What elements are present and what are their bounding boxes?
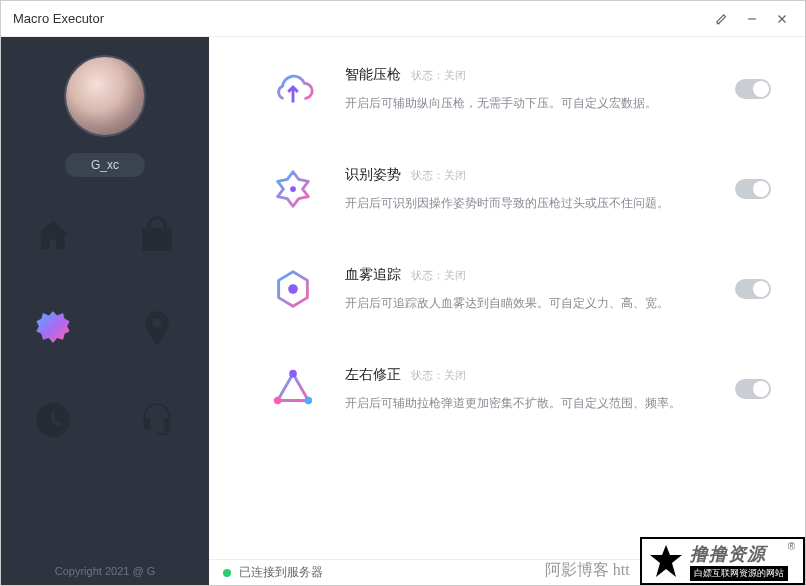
feature-title: 血雾追踪 — [345, 266, 401, 284]
star-burst-icon — [269, 165, 317, 213]
feature-title: 识别姿势 — [345, 166, 401, 184]
close-button[interactable] — [767, 4, 797, 34]
triangle-cycle-icon — [269, 365, 317, 413]
sidebar: G_xc C — [1, 37, 209, 585]
main-panel: 智能压枪 状态：关闭 开启后可辅助纵向压枪，无需手动下压。可自定义宏数据。 识别… — [209, 37, 805, 585]
watermark: 阿影博客 htt 撸撸资源 白嫖互联网资源的网站 ® — [545, 537, 805, 585]
svg-point-3 — [290, 186, 296, 192]
watermark-text: 阿影博客 htt — [545, 560, 630, 581]
feature-toggle[interactable] — [735, 379, 771, 399]
watermark-brand: 撸撸资源 — [690, 542, 788, 566]
feature-desc: 开启后可辅助拉枪弹道更加密集不扩散。可自定义范围、频率。 — [345, 394, 735, 412]
feature-toggle[interactable] — [735, 279, 771, 299]
status-dot-icon — [223, 569, 231, 577]
feature-status: 状态：关闭 — [411, 268, 466, 283]
feature-status: 状态：关闭 — [411, 168, 466, 183]
feature-desc: 开启后可辅助纵向压枪，无需手动下压。可自定义宏数据。 — [345, 94, 735, 112]
titlebar: Macro Executor — [1, 1, 805, 37]
username-pill[interactable]: G_xc — [65, 153, 145, 177]
svg-point-4 — [288, 284, 298, 294]
watermark-tag: 白嫖互联网资源的网站 — [690, 566, 788, 581]
feature-status: 状态：关闭 — [411, 368, 466, 383]
hexagon-target-icon — [269, 265, 317, 313]
feature-row: 智能压枪 状态：关闭 开启后可辅助纵向压枪，无需手动下压。可自定义宏数据。 — [209, 41, 805, 141]
avatar[interactable] — [64, 55, 146, 137]
feature-title: 智能压枪 — [345, 66, 401, 84]
nav-support[interactable] — [134, 397, 180, 443]
window-title: Macro Executor — [13, 11, 104, 26]
feature-desc: 开启后可追踪敌人血雾达到自瞄效果。可自定义力、高、宽。 — [345, 294, 735, 312]
nav-home[interactable] — [30, 213, 76, 259]
cloud-upload-icon — [269, 65, 317, 113]
feature-row: 左右修正 状态：关闭 开启后可辅助拉枪弹道更加密集不扩散。可自定义范围、频率。 — [209, 341, 805, 441]
feature-desc: 开启后可识别因操作姿势时而导致的压枪过头或压不住问题。 — [345, 194, 735, 212]
minimize-button[interactable] — [737, 4, 767, 34]
watermark-logo-icon — [646, 541, 686, 581]
feature-row: 血雾追踪 状态：关闭 开启后可追踪敌人血雾达到自瞄效果。可自定义力、高、宽。 — [209, 241, 805, 341]
svg-point-5 — [289, 370, 297, 378]
feature-title: 左右修正 — [345, 366, 401, 384]
nav-location[interactable] — [134, 305, 180, 351]
statusbar: 已连接到服务器 阿影博客 htt 撸撸资源 白嫖互联网资源的网站 ® — [209, 559, 805, 585]
edit-button[interactable] — [707, 4, 737, 34]
nav-shop[interactable] — [134, 213, 180, 259]
feature-toggle[interactable] — [735, 179, 771, 199]
svg-point-7 — [274, 397, 282, 405]
nav-settings[interactable] — [30, 305, 76, 351]
status-text: 已连接到服务器 — [239, 564, 323, 581]
svg-point-6 — [305, 397, 313, 405]
nav-history[interactable] — [30, 397, 76, 443]
feature-row: 识别姿势 状态：关闭 开启后可识别因操作姿势时而导致的压枪过头或压不住问题。 — [209, 141, 805, 241]
watermark-reg: ® — [788, 541, 795, 552]
feature-toggle[interactable] — [735, 79, 771, 99]
feature-status: 状态：关闭 — [411, 68, 466, 83]
copyright-text: Copyright 2021 @ G — [55, 565, 155, 577]
